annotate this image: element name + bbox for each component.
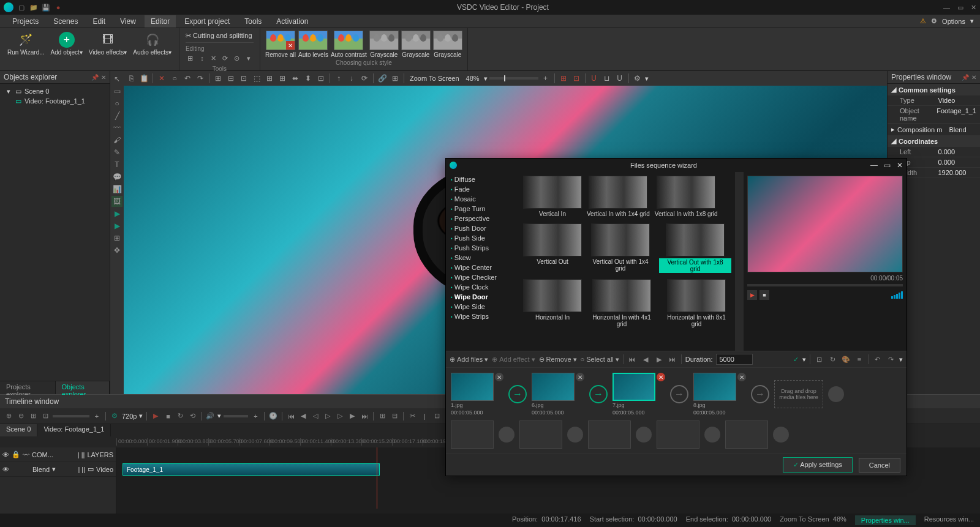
empty-slot[interactable] (657, 420, 699, 449)
tl-split-icon[interactable]: | (420, 411, 429, 421)
tl-vol-slider[interactable] (224, 415, 248, 417)
style-grayscale-1[interactable]: Grayscale (369, 31, 399, 58)
style-grayscale-2[interactable]: Grayscale (401, 31, 431, 58)
tl-zoom-slider[interactable] (53, 415, 89, 417)
collapse-icon[interactable]: ◢ (891, 137, 896, 145)
tl-crop-icon[interactable]: ⊡ (432, 411, 442, 421)
rotate-icon[interactable]: ↻ (827, 354, 837, 364)
menu-view[interactable]: View (114, 15, 142, 28)
duration-input[interactable] (716, 354, 753, 365)
tool-icon[interactable]: ⟳ (221, 53, 230, 63)
empty-transition[interactable] (636, 427, 652, 443)
chart-icon[interactable]: 📊 (111, 184, 123, 195)
tree-video-item[interactable]: ▭ Video: Footage_1_1 (2, 96, 107, 106)
options-chevron-icon[interactable]: ▾ (970, 17, 974, 25)
tl-mark-icon[interactable]: ⊞ (377, 411, 387, 421)
remove-item-icon[interactable]: ✕ (737, 373, 746, 381)
copy-icon[interactable]: ⎘ (126, 73, 137, 84)
save-icon[interactable]: 💾 (42, 3, 50, 12)
record-icon[interactable]: ● (54, 3, 62, 12)
align-icon[interactable]: ⊡ (315, 73, 326, 84)
tl-tab-scene[interactable]: Scene 0 (0, 424, 37, 436)
status-tab-resources[interactable]: Resources win... (924, 515, 974, 525)
style-remove-all[interactable]: Remove all (265, 31, 296, 58)
settings-icon[interactable]: ⚙ (632, 73, 643, 84)
tl-grid2-icon[interactable]: ⊡ (40, 411, 50, 421)
audio-effects-button[interactable]: 🎧 Audio effects▾ (130, 31, 174, 57)
transition-arrow-icon[interactable]: → (670, 385, 688, 403)
transition-item[interactable]: Push Strips (448, 243, 517, 253)
empty-slot[interactable] (519, 420, 562, 449)
menu-projects[interactable]: Projects (6, 15, 45, 28)
tl-grid-icon[interactable]: ⊞ (28, 411, 38, 421)
warning-icon[interactable]: ⚠ (920, 17, 926, 25)
transition-arrow-icon[interactable]: → (508, 385, 527, 403)
menu-activation[interactable]: Activation (270, 15, 314, 28)
preset-thumb[interactable]: Vertical In with 1x8 grid (655, 176, 718, 217)
u2-icon[interactable]: U (614, 73, 625, 84)
redo-icon[interactable]: ↷ (195, 73, 206, 84)
preset-thumb[interactable]: Vertical In with 1x4 grid (587, 176, 650, 217)
zoom-dropdown-icon[interactable]: ▾ (484, 75, 488, 83)
tl-prev-icon[interactable]: ◀ (298, 411, 308, 421)
preview-play-icon[interactable]: ▶ (747, 290, 757, 300)
playhead[interactable] (377, 447, 377, 509)
dialog-minimize-icon[interactable]: — (870, 161, 878, 170)
transition-item[interactable]: Wipe Clock (448, 282, 517, 292)
transition-item[interactable]: Push Door (448, 223, 517, 233)
tl-resolution[interactable]: 720p (122, 413, 137, 420)
link-icon[interactable]: 🔗 (377, 73, 388, 84)
sequence-item[interactable]: ✕7.jpg00:00:05.000 (612, 373, 665, 416)
sequence-item[interactable]: ✕8.jpg00:00:05.000 (693, 373, 746, 416)
status-tab-properties[interactable]: Properties win... (855, 515, 916, 525)
transition-item[interactable]: Diffuse (448, 174, 517, 184)
empty-slot[interactable] (451, 420, 494, 449)
video-icon[interactable]: ▶ (111, 208, 123, 219)
tool-icon[interactable]: ↕ (197, 53, 207, 63)
wave-icon[interactable]: 〰 (23, 451, 29, 458)
menu-export[interactable]: Export project (178, 15, 236, 28)
transition-item[interactable]: Skew (448, 253, 517, 263)
add-object-button[interactable]: + Add object▾ (48, 31, 85, 57)
color-icon[interactable]: 🎨 (841, 354, 851, 364)
align-icon[interactable]: ⬍ (303, 73, 314, 84)
tl-prevf-icon[interactable]: ◁ (311, 411, 320, 421)
remove-button[interactable]: ⊖Remove▾ (539, 356, 577, 364)
pointer-icon[interactable]: ↖ (111, 73, 123, 84)
prop-val[interactable]: 1920.000 (938, 169, 977, 176)
transition-arrow-icon[interactable]: → (751, 385, 769, 403)
close-icon[interactable]: ✕ (971, 4, 976, 12)
tooltip-icon[interactable]: 💬 (111, 171, 123, 182)
tab-objects-explorer[interactable]: Objects explorer (56, 381, 110, 394)
text-icon[interactable]: T (111, 159, 123, 170)
transition-item[interactable]: Wipe Center (448, 263, 517, 272)
pen-icon[interactable]: ✎ (111, 147, 123, 158)
preset-thumb[interactable]: Vertical In (523, 176, 582, 217)
tl-gear-icon[interactable]: ⚙ (110, 411, 119, 421)
sequence-item[interactable]: ✕6.jpg00:00:05.000 (532, 373, 584, 416)
empty-transition[interactable] (704, 427, 720, 443)
maximize-icon[interactable]: ▭ (957, 4, 963, 12)
align-icon[interactable]: ⬚ (251, 73, 262, 84)
remove-item-icon[interactable]: ✕ (495, 373, 503, 381)
grid-icon[interactable]: ⊞ (558, 73, 569, 84)
dropdown-icon[interactable]: ▾ (802, 356, 806, 364)
gear-icon[interactable]: ⚙ (931, 17, 937, 25)
remove-item-icon[interactable]: ✕ (576, 373, 584, 381)
expand-icon[interactable]: ▸ (891, 125, 895, 133)
close-panel-icon[interactable]: ✕ (101, 74, 106, 81)
lock-icon[interactable]: 🔒 (12, 450, 20, 458)
redo2-icon[interactable]: ↷ (886, 354, 895, 364)
style-auto-levels[interactable]: Auto levels (298, 31, 328, 58)
preset-thumb[interactable]: Horizontal In (523, 279, 582, 327)
transition-item[interactable]: Fade (448, 184, 517, 194)
dropdown-icon[interactable]: ▾ (217, 412, 221, 420)
dialog-preview-progress[interactable] (747, 284, 903, 286)
dialog-maximize-icon[interactable]: ▭ (884, 161, 891, 170)
align-icon[interactable]: ⊞ (213, 73, 224, 84)
menu-tools[interactable]: Tools (238, 15, 268, 28)
run-wizard-button[interactable]: 🪄 Run Wizard... (5, 31, 47, 57)
prop-val[interactable]: 0.000 (938, 159, 977, 166)
add-effect-button[interactable]: ⊕Add effect▾ (492, 356, 535, 364)
undo-icon[interactable]: ↶ (182, 73, 193, 84)
